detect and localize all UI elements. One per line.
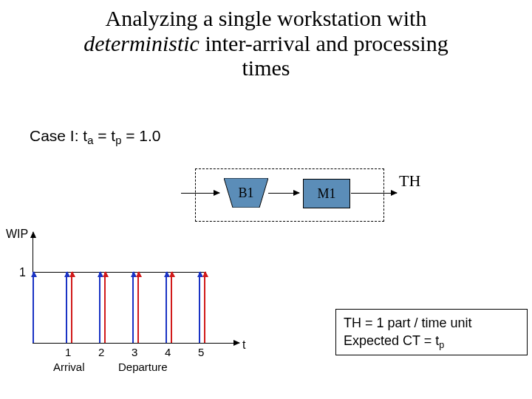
- legend-departure: Departure: [118, 361, 168, 373]
- arrow-buffer-to-machine: [268, 193, 299, 194]
- x-tick: 4: [165, 346, 171, 358]
- arrival-event: [99, 272, 100, 343]
- departure-event: [137, 272, 139, 343]
- y-axis-label: WIP: [6, 228, 28, 241]
- arrow-output: [351, 193, 397, 194]
- x-axis-label: t: [242, 338, 245, 352]
- case-rest: = 1.0: [121, 127, 160, 144]
- arrival-event: [132, 272, 134, 343]
- case-sub-a: a: [87, 134, 93, 146]
- x-axis: [33, 343, 239, 344]
- workstation-boundary: B1 M1: [195, 168, 384, 222]
- legend-arrival: Arrival: [53, 361, 85, 373]
- case-sub-p: p: [115, 134, 121, 146]
- x-tick: 1: [65, 346, 71, 358]
- throughput-label: TH: [399, 171, 420, 191]
- buffer-b1: B1: [224, 178, 268, 208]
- departure-event: [204, 272, 205, 343]
- x-tick: 2: [98, 346, 104, 358]
- title-line3: times: [242, 55, 290, 80]
- case-label: Case I: ta = tp = 1.0: [30, 127, 160, 145]
- wip-chart: WIP 1 t 1 2 3 4 5 Arrival Departure: [6, 228, 250, 375]
- buffer-label: B1: [224, 185, 268, 201]
- arrival-event: [33, 272, 34, 343]
- ct-pre: Expected CT = t: [344, 333, 439, 348]
- slide: Analyzing a single workstation with dete…: [0, 0, 532, 399]
- x-tick: 3: [132, 346, 137, 358]
- case-pre: Case I: t: [30, 127, 87, 144]
- machine-m1: M1: [303, 179, 350, 208]
- title-em: deterministic: [83, 31, 200, 55]
- departure-event: [104, 272, 106, 343]
- departure-event: [71, 272, 72, 343]
- results-box: TH = 1 part / time unit Expected CT = tp: [335, 309, 528, 355]
- y-tick-1: 1: [19, 266, 26, 279]
- ct-sub: p: [439, 340, 444, 350]
- title-line1: Analyzing a single workstation with: [106, 6, 427, 30]
- arrival-event: [166, 272, 167, 343]
- case-mid: = t: [93, 127, 115, 144]
- wip-level-line: [33, 272, 206, 273]
- title-line2-rest: inter-arrival and processing: [200, 31, 449, 55]
- slide-title: Analyzing a single workstation with dete…: [0, 6, 532, 81]
- arrow-input: [181, 193, 219, 194]
- result-throughput: TH = 1 part / time unit: [344, 314, 519, 332]
- arrival-event: [66, 272, 67, 343]
- x-tick: 5: [198, 346, 204, 358]
- departure-event: [171, 272, 172, 343]
- result-cycle-time: Expected CT = tp: [344, 332, 519, 349]
- arrival-event: [199, 272, 200, 343]
